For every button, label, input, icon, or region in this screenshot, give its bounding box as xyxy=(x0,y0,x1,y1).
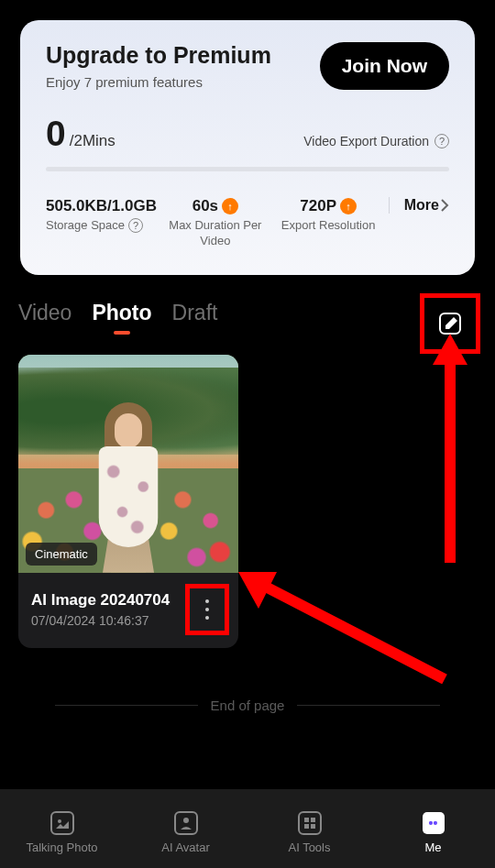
help-icon[interactable]: ? xyxy=(128,218,143,233)
storage-label: Storage Space xyxy=(46,218,125,234)
svg-rect-9 xyxy=(304,824,309,829)
nav-label: AI Avatar xyxy=(161,841,210,854)
edit-icon xyxy=(438,312,462,335)
nav-talking-photo[interactable]: Talking Photo xyxy=(0,810,124,854)
resolution-label: Export Resolution xyxy=(272,218,385,234)
tab-photo[interactable]: Photo xyxy=(92,301,151,335)
photo-title: AI Image 20240704 xyxy=(31,591,170,610)
chevron-right-icon xyxy=(441,199,449,212)
premium-subtitle: Enjoy 7 premium features xyxy=(46,74,271,90)
nav-ai-avatar[interactable]: AI Avatar xyxy=(124,810,248,854)
end-of-page: End of page xyxy=(18,698,477,713)
svg-rect-10 xyxy=(311,824,315,829)
usage-unit: /2Mins xyxy=(70,132,116,150)
stat-storage: 505.0KB/1.0GB Storage Space ? xyxy=(46,197,159,234)
upgrade-icon: ↑ xyxy=(222,198,238,214)
avatar-icon xyxy=(173,810,199,836)
svg-point-5 xyxy=(58,819,61,823)
upgrade-icon: ↑ xyxy=(340,198,357,214)
nav-ai-tools[interactable]: AI Tools xyxy=(248,810,371,854)
me-icon: •• xyxy=(421,810,446,836)
image-icon xyxy=(50,810,75,836)
nav-me[interactable]: •• Me xyxy=(371,810,495,854)
stat-resolution: 720P ↑ Export Resolution xyxy=(272,197,385,234)
join-now-button[interactable]: Join Now xyxy=(320,42,449,90)
style-badge: Cinematic xyxy=(26,543,97,566)
stat-duration: 60s ↑ Max Duration Per Video xyxy=(159,197,271,249)
help-icon[interactable]: ? xyxy=(434,134,449,148)
more-button[interactable]: More xyxy=(389,197,449,214)
svg-rect-7 xyxy=(304,818,309,822)
photo-thumbnail[interactable]: Cinematic xyxy=(18,355,238,573)
usage-progress-bar xyxy=(46,167,449,171)
duration-label: Max Duration Per Video xyxy=(159,218,271,249)
premium-title: Upgrade to Premium xyxy=(46,42,271,69)
annotation-highlight xyxy=(185,584,229,635)
nav-label: AI Tools xyxy=(288,841,330,854)
usage-value: 0 xyxy=(46,114,66,154)
premium-card: Upgrade to Premium Enjoy 7 premium featu… xyxy=(20,20,475,275)
svg-rect-8 xyxy=(311,818,315,822)
photo-card[interactable]: Cinematic AI Image 20240704 07/04/2024 1… xyxy=(18,355,238,648)
nav-label: Talking Photo xyxy=(26,841,97,854)
tab-video[interactable]: Video xyxy=(18,301,72,335)
grid-icon xyxy=(297,810,323,836)
storage-value: 505.0KB/1.0GB xyxy=(46,197,157,215)
edit-button[interactable] xyxy=(430,303,470,344)
duration-value: 60s xyxy=(192,197,218,215)
bottom-nav: Talking Photo AI Avatar AI Tools •• Me xyxy=(0,789,495,868)
annotation-highlight xyxy=(420,293,480,354)
photo-date: 07/04/2024 10:46:37 xyxy=(31,613,170,628)
nav-label: Me xyxy=(424,841,441,854)
end-text: End of page xyxy=(211,698,285,713)
tab-draft[interactable]: Draft xyxy=(172,301,218,335)
more-options-button[interactable] xyxy=(192,590,223,629)
export-duration-label: Video Export Duration xyxy=(303,134,429,148)
resolution-value: 720P xyxy=(300,197,336,215)
svg-point-6 xyxy=(183,818,189,823)
